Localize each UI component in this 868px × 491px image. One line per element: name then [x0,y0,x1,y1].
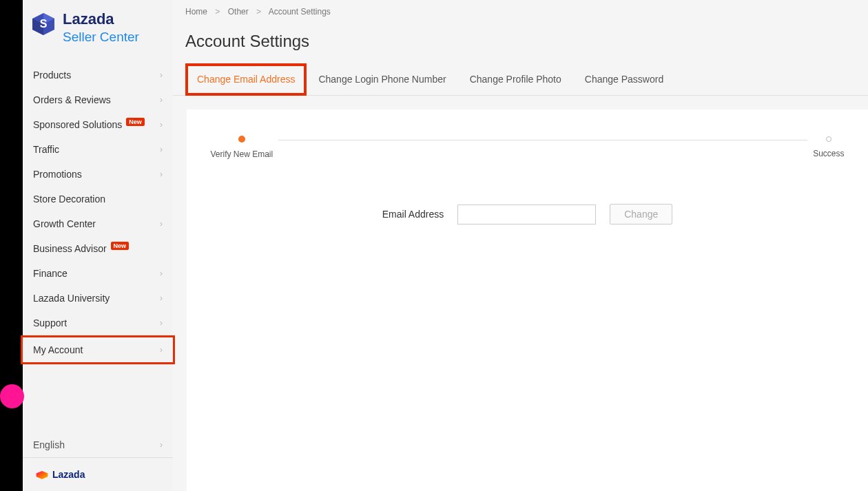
nav-traffic[interactable]: Traffic › [23,137,173,162]
nav-store-decoration[interactable]: Store Decoration [23,187,173,211]
chevron-right-icon: › [160,318,163,328]
change-button[interactable]: Change [610,204,672,224]
step-dot-inactive [826,136,831,142]
logo-sub-text: Seller Center [63,30,139,45]
chevron-right-icon: › [160,120,163,129]
language-label: English [33,439,65,450]
breadcrumb: Home > Other > Account Settings [173,0,868,23]
step-line [278,140,807,140]
chevron-right-icon: › [160,269,163,278]
sidebar: S Lazada Seller Center Products › Orders… [23,0,173,491]
nav-list: Products › Orders & Reviews › Sponsored … [23,59,173,426]
step-label: Success [813,149,844,158]
step-verify-email: Verify New Email [211,136,273,159]
chevron-right-icon: › [160,219,163,229]
lazada-heart-icon [35,468,49,481]
email-form-row: Email Address Change [207,204,847,224]
nav-label: Sponsored Solutions [33,119,122,130]
nav-my-account[interactable]: My Account › [21,335,175,364]
chevron-right-icon: › [160,70,163,80]
bottom-logo[interactable]: Lazada [23,457,173,491]
svg-text:S: S [40,18,48,30]
new-badge: New [111,242,130,250]
main-content: Home > Other > Account Settings Account … [173,0,868,491]
chevron-right-icon: › [160,145,163,154]
language-selector[interactable]: English › [23,426,173,457]
tab-change-password[interactable]: Change Password [573,63,675,95]
page-title: Account Settings [173,23,868,63]
lazada-logo-icon: S [30,10,57,38]
email-input[interactable] [457,205,596,224]
tab-change-photo[interactable]: Change Profile Photo [458,63,573,95]
chevron-right-icon: › [160,345,163,355]
tab-change-email[interactable]: Change Email Address [185,63,307,96]
nav-label: Support [33,317,67,328]
nav-label: Orders & Reviews [33,94,111,105]
breadcrumb-separator: > [256,7,261,17]
breadcrumb-other[interactable]: Other [228,7,249,17]
nav-support[interactable]: Support › [23,311,173,335]
logo-brand-text: Lazada [63,10,139,28]
chevron-right-icon: › [160,169,163,179]
breadcrumb-current: Account Settings [269,7,331,17]
email-label: Email Address [382,209,444,220]
breadcrumb-separator: > [215,7,220,17]
stepper: Verify New Email Success [211,130,845,180]
step-label: Verify New Email [211,149,273,159]
nav-label: Growth Center [33,218,96,229]
nav-label: Traffic [33,144,59,155]
nav-products[interactable]: Products › [23,63,173,87]
nav-label: Finance [33,268,68,279]
breadcrumb-home[interactable]: Home [185,7,207,17]
tab-change-phone[interactable]: Change Login Phone Number [307,63,457,95]
nav-label: Lazada University [33,293,110,304]
nav-label: Products [33,70,71,81]
step-success: Success [813,136,844,158]
nav-label: My Account [33,344,83,355]
logo-area[interactable]: S Lazada Seller Center [23,0,173,59]
nav-label: Promotions [33,169,82,180]
nav-sponsored-solutions[interactable]: Sponsored Solutions New › [23,112,173,137]
nav-label: Store Decoration [33,194,105,205]
nav-business-advisor[interactable]: Business Advisor New [23,236,173,261]
nav-label: Business Advisor [33,243,107,254]
chevron-right-icon: › [160,440,163,450]
tabs-row: Change Email Address Change Login Phone … [173,63,868,96]
nav-orders-reviews[interactable]: Orders & Reviews › [23,87,173,112]
nav-growth-center[interactable]: Growth Center › [23,211,173,236]
content-area: Verify New Email Success Email Address C… [187,109,868,491]
left-black-strip [0,0,23,491]
nav-promotions[interactable]: Promotions › [23,162,173,187]
pink-indicator-dot [0,384,24,408]
chevron-right-icon: › [160,293,163,303]
nav-lazada-university[interactable]: Lazada University › [23,286,173,311]
new-badge: New [126,118,145,126]
step-dot-active [238,136,245,143]
bottom-logo-text: Lazada [52,469,85,480]
nav-finance[interactable]: Finance › [23,261,173,286]
chevron-right-icon: › [160,95,163,105]
